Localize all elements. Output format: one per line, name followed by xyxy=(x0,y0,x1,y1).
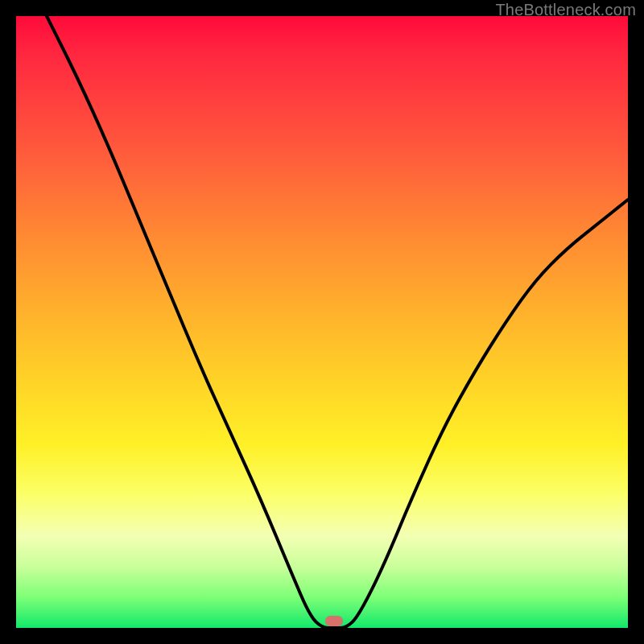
attribution-text: TheBottleneck.com xyxy=(495,1,636,19)
chart-frame: TheBottleneck.com xyxy=(0,0,644,644)
plot-area xyxy=(16,16,628,628)
curve-layer xyxy=(16,16,628,628)
optimal-marker xyxy=(325,616,343,626)
bottleneck-curve-path xyxy=(47,16,628,628)
